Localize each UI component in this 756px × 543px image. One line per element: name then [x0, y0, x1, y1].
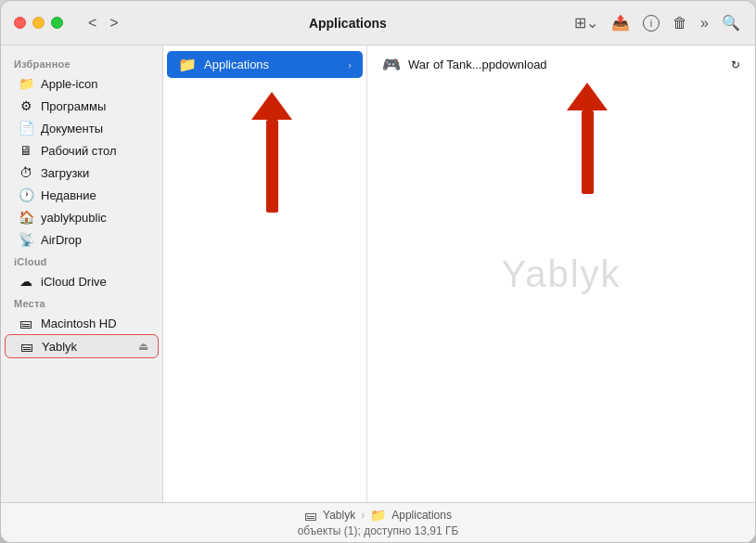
- minimize-button[interactable]: [32, 17, 45, 29]
- more-button[interactable]: »: [698, 13, 711, 33]
- finder-window: < > Applications ⊞⌄ 📤 i 🗑 » 🔍: [0, 0, 756, 543]
- home-icon: 🏠: [18, 210, 34, 225]
- breadcrumb: 🖴 Yablyk › 📁 Applications: [304, 508, 452, 523]
- sidebar-item-programs[interactable]: ⚙ Программы: [5, 95, 159, 117]
- sidebar-item-label: Недавние: [41, 188, 96, 202]
- breadcrumb-separator: ›: [361, 509, 365, 522]
- clock-icon: ⏱: [18, 165, 34, 180]
- sidebar-item-label: Yablyk: [42, 340, 77, 354]
- status-bar: 🖴 Yablyk › 📁 Applications объекты (1); д…: [1, 502, 755, 542]
- main-content: Избранное 📁 Apple-icon ⚙ Программы 📄 Док…: [1, 45, 755, 502]
- sidebar-item-label: iCloud Drive: [41, 275, 107, 289]
- info-icon: i: [643, 15, 660, 32]
- sidebar-item-label: AirDrop: [41, 233, 82, 247]
- download-status-icon: ↻: [731, 58, 740, 71]
- folder-icon: 📁: [18, 76, 34, 91]
- places-label: Места: [1, 292, 162, 312]
- file-columns: 📁 Applications › 🎮 War of Tank...ppdownl…: [163, 45, 755, 502]
- file-column-1: 📁 Applications ›: [163, 45, 367, 502]
- arrow-2-head: [567, 83, 608, 110]
- sidebar-item-desktop[interactable]: 🖥 Рабочий стол: [5, 139, 159, 162]
- forward-button[interactable]: >: [105, 13, 122, 33]
- sidebar-item-label: Рабочий стол: [41, 144, 117, 158]
- titlebar: < > Applications ⊞⌄ 📤 i 🗑 » 🔍: [1, 1, 755, 45]
- sidebar-item-downloads[interactable]: ⏱ Загрузки: [5, 162, 159, 184]
- folder-icon: 📁: [178, 56, 197, 73]
- view-toggle-button[interactable]: ⊞⌄: [572, 12, 600, 33]
- sidebar-item-icloud-drive[interactable]: ☁ iCloud Drive: [5, 270, 159, 292]
- sidebar-item-label: Документы: [41, 122, 103, 136]
- game-icon: 🎮: [382, 56, 401, 73]
- file-item-name: Applications: [204, 58, 340, 71]
- arrow-2-container: [567, 83, 608, 194]
- sidebar-item-macintosh-hd[interactable]: 🖴 Macintosh HD: [5, 312, 159, 334]
- watermark: Yablyk: [501, 253, 621, 295]
- drive-icon: 🖴: [19, 339, 35, 354]
- file-item-name: War of Tank...ppdownload: [408, 58, 724, 71]
- breadcrumb-label-1: Yablyk: [323, 509, 355, 522]
- window-title: Applications: [133, 16, 563, 31]
- arrow-2-shaft: [582, 110, 594, 194]
- fullscreen-button[interactable]: [51, 17, 63, 29]
- folder-breadcrumb-icon: 📁: [370, 508, 386, 523]
- sidebar-item-label: Загрузки: [41, 166, 89, 180]
- doc-icon: 📄: [18, 121, 34, 136]
- sidebar-item-label: yablykpublic: [41, 211, 107, 225]
- file-item-war-of-tanks[interactable]: 🎮 War of Tank...ppdownload ↻: [371, 51, 751, 78]
- share-icon: 📤: [611, 15, 630, 31]
- icloud-label: iCloud: [1, 251, 162, 270]
- back-button[interactable]: <: [83, 13, 101, 33]
- desktop-icon: 🖥: [18, 143, 34, 158]
- file-item-applications[interactable]: 📁 Applications ›: [167, 51, 363, 78]
- sidebar-item-recent[interactable]: 🕐 Недавние: [5, 184, 159, 206]
- sidebar-item-airdrop[interactable]: 📡 AirDrop: [5, 228, 159, 251]
- view-icon: ⊞⌄: [574, 15, 598, 31]
- drive-icon: 🖴: [18, 316, 34, 330]
- recent-icon: 🕐: [18, 187, 34, 202]
- sidebar: Избранное 📁 Apple-icon ⚙ Программы 📄 Док…: [1, 45, 163, 502]
- arrow-2: [567, 83, 608, 194]
- search-icon: 🔍: [722, 15, 740, 31]
- search-button[interactable]: 🔍: [720, 12, 742, 33]
- file-area: 📁 Applications › 🎮 War of Tank...ppdownl…: [163, 45, 755, 502]
- sidebar-item-label: Apple-icon: [41, 77, 97, 91]
- nav-buttons: < >: [83, 13, 123, 33]
- sidebar-item-yablyk-public[interactable]: 🏠 yablykpublic: [5, 206, 159, 228]
- breadcrumb-label-2: Applications: [391, 509, 452, 522]
- traffic-lights: [14, 17, 63, 29]
- file-column-2: 🎮 War of Tank...ppdownload ↻ Yablyk: [367, 45, 755, 502]
- more-icon: »: [700, 15, 709, 31]
- sidebar-item-yablyk[interactable]: 🖴 Yablyk ⏏: [5, 334, 159, 358]
- sidebar-item-label: Программы: [41, 99, 106, 113]
- favorites-label: Избранное: [1, 53, 162, 72]
- trash-icon: 🗑: [673, 15, 687, 31]
- toolbar-actions: ⊞⌄ 📤 i 🗑 » 🔍: [572, 12, 742, 33]
- close-button[interactable]: [14, 17, 26, 29]
- gear-icon: ⚙: [18, 98, 34, 113]
- sidebar-item-documents[interactable]: 📄 Документы: [5, 117, 159, 139]
- trash-button[interactable]: 🗑: [671, 13, 689, 33]
- chevron-right-icon: ›: [348, 59, 352, 71]
- info-button[interactable]: i: [641, 13, 661, 33]
- sidebar-item-apple-icon[interactable]: 📁 Apple-icon: [5, 72, 159, 95]
- drive-breadcrumb-icon: 🖴: [304, 508, 317, 523]
- airdrop-icon: 📡: [18, 232, 34, 247]
- share-button[interactable]: 📤: [609, 12, 632, 33]
- eject-icon[interactable]: ⏏: [138, 340, 148, 353]
- sidebar-item-label: Macintosh HD: [41, 317, 117, 330]
- cloud-icon: ☁: [18, 274, 34, 289]
- status-info: объекты (1); доступно 13,91 ГБ: [298, 524, 459, 537]
